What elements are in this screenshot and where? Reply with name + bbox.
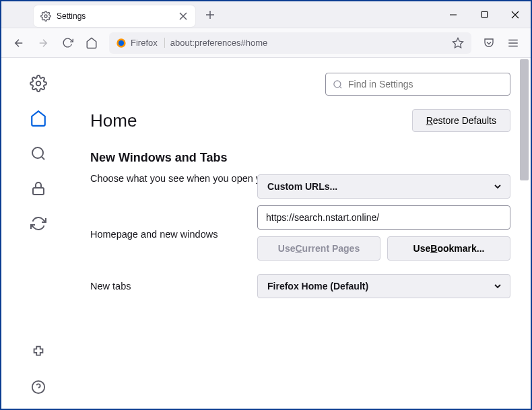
svg-point-3: [119, 40, 124, 46]
homepage-label: Homepage and new windows: [90, 229, 246, 240]
close-tab-icon[interactable]: [178, 11, 189, 22]
svg-point-5: [36, 81, 41, 86]
sidebar-extensions-icon[interactable]: [29, 343, 48, 362]
sidebar-general-icon[interactable]: [29, 74, 48, 93]
svg-rect-7: [33, 188, 44, 195]
minimize-button[interactable]: [438, 1, 469, 28]
newtabs-label: New tabs: [90, 281, 246, 292]
pocket-button[interactable]: [478, 32, 500, 54]
svg-rect-1: [481, 11, 487, 17]
gear-icon: [40, 11, 51, 22]
firefox-icon: [116, 38, 127, 48]
home-button[interactable]: [81, 32, 102, 54]
svg-point-6: [32, 147, 43, 158]
forward-button[interactable]: [32, 32, 54, 54]
sidebar-help-icon[interactable]: [29, 378, 48, 397]
svg-point-0: [44, 15, 47, 18]
sidebar: [1, 58, 75, 409]
chevron-down-icon: [494, 182, 502, 191]
scrollbar-thumb[interactable]: [520, 59, 529, 180]
tab-title: Settings: [57, 11, 172, 21]
sidebar-sync-icon[interactable]: [29, 214, 48, 233]
menu-button[interactable]: [502, 32, 524, 54]
find-input[interactable]: [348, 79, 503, 90]
new-tab-button[interactable]: [201, 5, 220, 24]
maximize-button[interactable]: [469, 1, 500, 28]
use-bookmark-button[interactable]: Use Bookmark...: [387, 236, 510, 261]
url-text: about:preferences#home: [170, 38, 268, 48]
url-bar[interactable]: Firefox about:preferences#home: [109, 32, 471, 54]
reload-button[interactable]: [57, 32, 78, 54]
sidebar-privacy-icon[interactable]: [29, 179, 48, 198]
content: Home Restore Defaults New Windows and Ta…: [75, 58, 531, 409]
homepage-url-input[interactable]: [257, 205, 510, 230]
sidebar-search-icon[interactable]: [29, 144, 48, 163]
svg-point-9: [334, 80, 341, 87]
use-current-pages-button[interactable]: Use Current Pages: [257, 236, 380, 261]
sidebar-home-icon[interactable]: [29, 109, 48, 128]
identity-box[interactable]: Firefox: [116, 38, 165, 48]
find-in-settings[interactable]: [325, 73, 510, 96]
section-title: New Windows and Tabs: [90, 151, 510, 165]
restore-defaults-button[interactable]: Restore Defaults: [412, 109, 510, 132]
bookmark-star-icon[interactable]: [451, 36, 465, 50]
svg-marker-4: [453, 38, 463, 47]
close-window-button[interactable]: [500, 1, 531, 28]
chevron-down-icon: [494, 282, 502, 290]
window-controls: [438, 1, 531, 28]
page-heading: Home: [90, 110, 137, 131]
titlebar: Settings: [1, 1, 531, 28]
homepage-select[interactable]: Custom URLs...: [257, 174, 510, 199]
newtabs-select[interactable]: Firefox Home (Default): [257, 274, 510, 298]
scrollbar[interactable]: [519, 58, 529, 409]
back-button[interactable]: [8, 32, 30, 54]
browser-tab[interactable]: Settings: [34, 5, 195, 27]
toolbar: Firefox about:preferences#home: [1, 28, 531, 58]
search-icon: [333, 79, 343, 90]
page: Home Restore Defaults New Windows and Ta…: [1, 58, 531, 409]
